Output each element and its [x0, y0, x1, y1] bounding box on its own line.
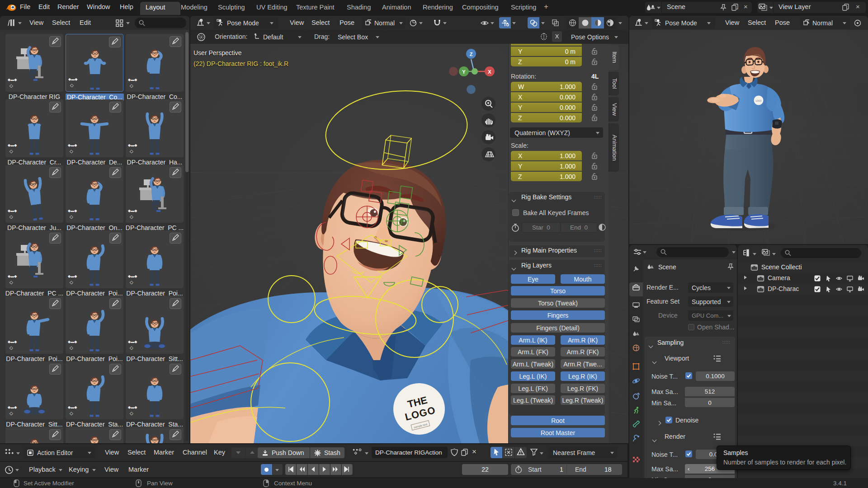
svg-text:X: X [488, 69, 491, 75]
svg-text:Z: Z [470, 52, 473, 57]
svg-text:LOGO: LOGO [755, 100, 762, 102]
svg-text:Y: Y [462, 69, 466, 75]
